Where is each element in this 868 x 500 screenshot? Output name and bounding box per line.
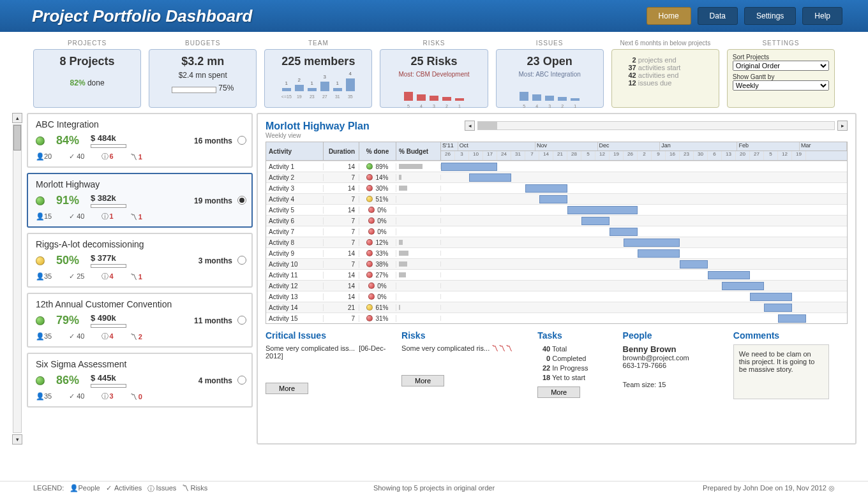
- gantt-bar[interactable]: [581, 217, 610, 225]
- gantt-bar[interactable]: [708, 271, 750, 279]
- nav-data-button[interactable]: Data: [698, 7, 738, 25]
- detail-title: Morlott Highway Plan: [266, 121, 370, 132]
- settings-label: SETTINGS: [727, 40, 835, 47]
- status-dot-icon: [368, 228, 375, 235]
- issues-more-button[interactable]: More: [266, 383, 308, 394]
- risks-icon: 〽: [130, 153, 137, 161]
- gantt-row: Activity 7 7 0%: [266, 226, 847, 237]
- status-dot-icon: [36, 376, 45, 385]
- project-select-radio[interactable]: [237, 196, 246, 205]
- gantt-bar[interactable]: [750, 293, 792, 301]
- scroll-down-icon[interactable]: ▾: [12, 434, 22, 445]
- show-gantt-select[interactable]: Weekly: [733, 80, 829, 91]
- status-dot-icon: [368, 217, 375, 224]
- issues-label: ISSUES: [496, 40, 604, 47]
- gantt-row: Activity 8 7 12%: [266, 237, 847, 247]
- gantt-bar[interactable]: [722, 282, 764, 290]
- status-dot-icon: [366, 174, 373, 180]
- project-select-radio[interactable]: [237, 256, 246, 265]
- issues-value: 23 Open: [502, 55, 598, 68]
- footer-status: Showing top 5 projects in original order: [373, 484, 495, 492]
- gantt-row: Activity 12 14 0%: [266, 280, 847, 291]
- status-dot-icon: [368, 283, 375, 289]
- project-duration: 3 months: [198, 256, 232, 265]
- gantt-bar[interactable]: [567, 206, 638, 214]
- gantt-bar[interactable]: [539, 195, 567, 203]
- gantt-bar[interactable]: [680, 260, 708, 268]
- gantt-row: Activity 9 14 33%: [266, 247, 847, 258]
- gantt-bar[interactable]: [525, 184, 567, 193]
- budgets-value: $3.2 mn: [154, 55, 251, 68]
- status-dot-icon: [366, 196, 373, 202]
- activities-icon: ✓: [68, 152, 75, 161]
- budgets-card[interactable]: $3.2 mn $2.4 mn spent 75%: [149, 49, 257, 108]
- pm-email: brownb@project.com: [623, 354, 724, 362]
- project-name: Riggs-A-lot decomissioning: [36, 239, 244, 249]
- risks-card[interactable]: 25 Risks Most: CBM Development 54321: [380, 49, 488, 108]
- gantt-row: Activity 5 14 0%: [266, 204, 847, 215]
- budgets-spent: $2.4 mn spent: [154, 71, 251, 80]
- scroll-up-icon[interactable]: ▴: [12, 113, 22, 123]
- project-pct: 50%: [56, 254, 79, 267]
- team-card[interactable]: 225 members 1<=15219123327131435: [264, 49, 372, 108]
- gantt-bar[interactable]: [778, 314, 806, 323]
- project-name: 12th Annual Customer Convention: [36, 299, 244, 309]
- gantt-bar[interactable]: [764, 304, 792, 312]
- team-value: 225 members: [270, 55, 366, 68]
- gantt-bar[interactable]: [610, 228, 638, 236]
- status-dot-icon: [368, 207, 375, 213]
- project-scrollbar[interactable]: ▴ ▾: [11, 113, 23, 445]
- status-dot-icon: [36, 316, 45, 325]
- col-done: % done: [359, 142, 396, 160]
- project-card[interactable]: Riggs-A-lot decomissioning 50% $ 377k 3 …: [27, 233, 253, 288]
- project-select-radio[interactable]: [237, 316, 246, 325]
- issues-card[interactable]: 23 Open Most: ABC Integration 54321: [496, 49, 604, 108]
- gantt-row: Activity 15 7 31%: [266, 312, 847, 323]
- project-card[interactable]: Morlott Highway 91% $ 382k 19 months 👤15…: [27, 173, 253, 228]
- project-card[interactable]: Six Sigma Assessment 86% $ 445k 4 months…: [27, 353, 253, 408]
- gantt-bar[interactable]: [441, 163, 497, 171]
- project-card[interactable]: ABC Integration 84% $ 484k 16 months 👤20…: [27, 113, 253, 168]
- gantt-bar[interactable]: [624, 239, 680, 247]
- settings-card: Sort Projects Original Order Show Gantt …: [727, 49, 835, 108]
- nav-help-button[interactable]: Help: [802, 7, 842, 25]
- projects-done-pct: 82%: [70, 78, 86, 87]
- project-budget: $ 382k: [91, 193, 126, 208]
- people-panel: People Benny Brown brownb@project.com 66…: [623, 330, 724, 399]
- tasks-more-button[interactable]: More: [537, 386, 580, 398]
- gantt-scrollbar[interactable]: [477, 121, 835, 130]
- project-card[interactable]: 12th Annual Customer Convention 79% $ 49…: [27, 293, 253, 348]
- issues-icon: ⓘ: [147, 484, 154, 494]
- nav-settings-button[interactable]: Settings: [744, 7, 796, 25]
- footer: LEGEND: 👤People ✓Activities ⓘIssues 〽Ris…: [0, 481, 868, 496]
- status-dot-icon: [366, 304, 373, 311]
- gantt-scroll-right-icon[interactable]: ▸: [837, 121, 848, 131]
- gantt-bar[interactable]: [638, 249, 680, 258]
- project-duration: 16 months: [194, 136, 232, 145]
- gantt-scroll-left-icon[interactable]: ◂: [465, 121, 475, 131]
- activities-icon: ✓: [68, 272, 75, 281]
- sort-projects-select[interactable]: Original Order: [733, 61, 829, 71]
- issues-icon: ⓘ: [101, 212, 108, 221]
- gantt-row: Activity 4 7 51%: [266, 193, 847, 204]
- issues-icon: ⓘ: [101, 272, 108, 281]
- nav-home-button[interactable]: Home: [647, 7, 691, 25]
- risks-value: 25 Risks: [385, 55, 482, 68]
- risks-icon: 〽: [130, 213, 137, 221]
- activities-icon: ✓: [68, 212, 75, 221]
- summary-row: PROJECTS 8 Projects 82% done BUDGETS $3.…: [0, 32, 868, 113]
- gantt-bar[interactable]: [469, 173, 511, 182]
- risks-more-button[interactable]: More: [401, 375, 444, 386]
- gantt-row: Activity 3 14 30%: [266, 182, 847, 193]
- status-dot-icon: [366, 261, 373, 267]
- comments-panel: Comments We need to be clam on this proj…: [733, 330, 848, 399]
- project-select-radio[interactable]: [237, 376, 246, 385]
- project-duration: 11 months: [194, 316, 232, 325]
- project-select-radio[interactable]: [237, 136, 246, 145]
- gantt-row: Activity 2 7 14%: [266, 172, 847, 182]
- projects-card[interactable]: 8 Projects 82% done: [33, 49, 141, 108]
- show-gantt-label: Show Gantt by: [733, 73, 829, 80]
- activities-icon: ✓: [68, 332, 75, 341]
- risks-icon: 〽: [130, 393, 137, 401]
- project-name: Morlott Highway: [36, 179, 244, 189]
